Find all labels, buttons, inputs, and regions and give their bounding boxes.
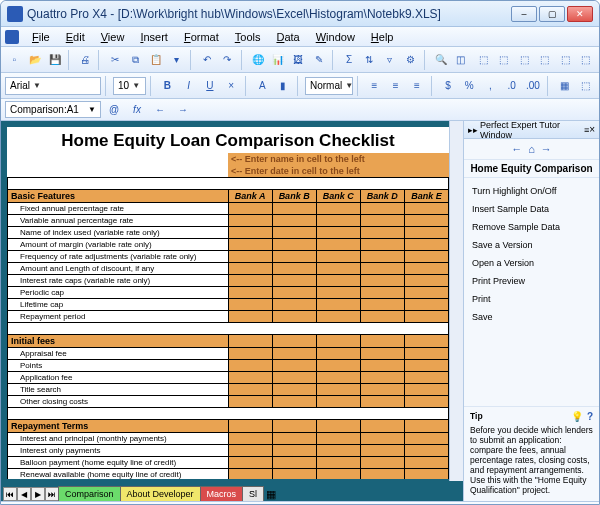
row-label: Fixed annual percentage rate xyxy=(8,203,229,215)
fx-icon[interactable]: fx xyxy=(127,100,147,120)
percent-icon[interactable]: % xyxy=(460,76,479,96)
align-center-icon[interactable]: ≡ xyxy=(386,76,405,96)
cellref-text: Comparison:A1 xyxy=(10,104,79,115)
menu-data[interactable]: Data xyxy=(269,29,306,45)
cut-icon[interactable]: ✂ xyxy=(106,50,124,70)
tool-b-icon[interactable]: ⬚ xyxy=(495,50,513,70)
sheet-tab-macros[interactable]: Macros xyxy=(200,486,244,501)
sheet-tab-comparison[interactable]: Comparison xyxy=(58,486,121,501)
save-icon[interactable]: 💾 xyxy=(46,50,64,70)
menu-edit[interactable]: Edit xyxy=(59,29,92,45)
app-menu-icon[interactable] xyxy=(5,30,19,44)
tip-lightbulb-icon[interactable]: 💡 xyxy=(571,411,583,422)
col-bank-d: Bank D xyxy=(360,190,404,203)
row-label: Periodic cap xyxy=(8,287,229,299)
borders-icon[interactable]: ▦ xyxy=(554,76,573,96)
tool-c-icon[interactable]: ⬚ xyxy=(515,50,533,70)
image-icon[interactable]: 🖼 xyxy=(289,50,307,70)
nav-next-icon[interactable]: → xyxy=(173,100,193,120)
size-select[interactable]: 10▼ xyxy=(113,77,146,95)
cell-reference[interactable]: Comparison:A1▼ xyxy=(5,101,101,118)
action-open-version[interactable]: Open a Version xyxy=(466,254,597,272)
action-save-version[interactable]: Save a Version xyxy=(466,236,597,254)
draw-icon[interactable]: ✎ xyxy=(310,50,328,70)
underline-icon[interactable]: U xyxy=(200,76,219,96)
sidepanel-forward-icon[interactable]: → xyxy=(541,143,552,155)
action-highlight[interactable]: Turn Highlight On/Off xyxy=(466,182,597,200)
action-save[interactable]: Save xyxy=(466,308,597,326)
menu-tools[interactable]: Tools xyxy=(228,29,268,45)
new-icon[interactable]: ▫ xyxy=(5,50,23,70)
close-button[interactable]: ✕ xyxy=(567,6,593,22)
fillcolor-icon[interactable]: ▮ xyxy=(274,76,293,96)
chart-icon[interactable]: 📊 xyxy=(269,50,287,70)
sort-icon[interactable]: ⇅ xyxy=(360,50,378,70)
spreadsheet-grid[interactable]: <-- Enter name in cell to the left <-- E… xyxy=(7,153,449,479)
menu-insert[interactable]: Insert xyxy=(133,29,175,45)
toolbar-main: ▫ 📂 💾 🖨 ✂ ⧉ 📋 ▾ ↶ ↷ 🌐 📊 🖼 ✎ Σ ⇅ ▿ ⚙ 🔍 ◫ … xyxy=(1,47,599,73)
tab-nav-prev[interactable]: ◀ xyxy=(17,487,31,501)
open-icon[interactable]: 📂 xyxy=(25,50,43,70)
worksheet[interactable]: Home Equity Loan Comparison Checklist <-… xyxy=(7,127,449,479)
bold-icon[interactable]: B xyxy=(158,76,177,96)
redo-icon[interactable]: ↷ xyxy=(218,50,236,70)
action-remove-sample[interactable]: Remove Sample Data xyxy=(466,218,597,236)
sidepanel-back-icon[interactable]: ← xyxy=(511,143,522,155)
italic-icon[interactable]: I xyxy=(179,76,198,96)
filter-icon[interactable]: ▿ xyxy=(381,50,399,70)
minimize-button[interactable]: – xyxy=(511,6,537,22)
sidepanel-close-icon[interactable]: × xyxy=(589,124,595,135)
sum-icon[interactable]: Σ xyxy=(340,50,358,70)
action-insert-sample[interactable]: Insert Sample Data xyxy=(466,200,597,218)
menu-format[interactable]: Format xyxy=(177,29,226,45)
nav-prev-icon[interactable]: ← xyxy=(150,100,170,120)
titlebar: Quattro Pro X4 - [D:\Work\bright hub\Win… xyxy=(1,1,599,27)
fontcolor-icon[interactable]: A xyxy=(253,76,272,96)
align-left-icon[interactable]: ≡ xyxy=(365,76,384,96)
perfect-expert-panel: ▸▸ Perfect Expert Tutor Window ≡ × ← ⌂ →… xyxy=(463,121,599,501)
row-label: Lifetime cap xyxy=(8,299,229,311)
tool-d-icon[interactable]: ⬚ xyxy=(535,50,553,70)
fit-icon[interactable]: ◫ xyxy=(452,50,470,70)
menu-file[interactable]: File xyxy=(25,29,57,45)
tab-nav-last[interactable]: ⏭ xyxy=(45,487,59,501)
tool-e-icon[interactable]: ⬚ xyxy=(556,50,574,70)
zoom-icon[interactable]: 🔍 xyxy=(431,50,449,70)
tab-add[interactable]: ▦ xyxy=(266,488,276,501)
paste-drop-icon[interactable]: ▾ xyxy=(168,50,186,70)
hyperlink-icon[interactable]: 🌐 xyxy=(248,50,266,70)
copy-icon[interactable]: ⧉ xyxy=(127,50,145,70)
goto-icon[interactable]: @ xyxy=(104,100,124,120)
align-right-icon[interactable]: ≡ xyxy=(407,76,426,96)
row-label: Renewal available (home equity line of c… xyxy=(8,469,229,480)
comma-icon[interactable]: , xyxy=(481,76,500,96)
font-select[interactable]: Arial▼ xyxy=(5,77,101,95)
tool-a-icon[interactable]: ⬚ xyxy=(474,50,492,70)
sheet-tab-sl[interactable]: Sl xyxy=(242,486,264,501)
menu-view[interactable]: View xyxy=(94,29,132,45)
tab-nav-first[interactable]: ⏮ xyxy=(3,487,17,501)
tab-nav-next[interactable]: ▶ xyxy=(31,487,45,501)
scrollbar-vertical[interactable] xyxy=(449,121,463,481)
tool-f-icon[interactable]: ⬚ xyxy=(576,50,594,70)
maximize-button[interactable]: ▢ xyxy=(539,6,565,22)
menu-help[interactable]: Help xyxy=(364,29,401,45)
menu-window[interactable]: Window xyxy=(309,29,362,45)
sidepanel-home-icon[interactable]: ⌂ xyxy=(528,143,535,155)
paste-icon[interactable]: 📋 xyxy=(147,50,165,70)
calc-icon[interactable]: ⚙ xyxy=(401,50,419,70)
action-print-preview[interactable]: Print Preview xyxy=(466,272,597,290)
section-fees: Initial fees xyxy=(8,335,229,348)
style-select[interactable]: Normal▼ xyxy=(305,77,353,95)
document-tabs: Notebk4.XLS Notebk9.XLS xyxy=(1,501,599,505)
tip-help-icon[interactable]: ? xyxy=(587,411,593,422)
strike-icon[interactable]: × xyxy=(221,76,240,96)
sheet-tab-about[interactable]: About Developer xyxy=(120,486,201,501)
currency-icon[interactable]: $ xyxy=(438,76,457,96)
merge-icon[interactable]: ⬚ xyxy=(576,76,595,96)
print-icon[interactable]: 🖨 xyxy=(76,50,94,70)
dec-dec-icon[interactable]: .00 xyxy=(523,76,542,96)
dec-inc-icon[interactable]: .0 xyxy=(502,76,521,96)
undo-icon[interactable]: ↶ xyxy=(198,50,216,70)
action-print[interactable]: Print xyxy=(466,290,597,308)
